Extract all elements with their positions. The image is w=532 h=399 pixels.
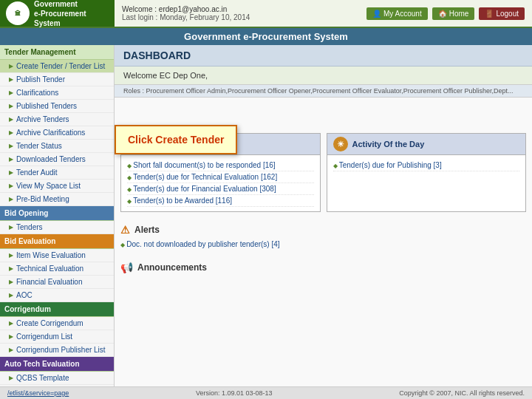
arrow-icon: ▶ bbox=[9, 224, 13, 231]
announcements-icon: 📢 bbox=[120, 262, 133, 273]
arrow-icon: ▶ bbox=[9, 252, 13, 259]
header-welcome-info: Welcome : erdep1@yahoo.ac.in Last login … bbox=[122, 5, 250, 21]
sidebar-item-tender-status[interactable]: ▶ Tender Status bbox=[0, 140, 114, 153]
arrow-icon: ▶ bbox=[9, 63, 13, 69]
sidebar-item-archive-clarifications[interactable]: ▶ Archive Clarifications bbox=[0, 126, 114, 140]
logo: 🏛 Government e-Procurement System bbox=[0, 0, 115, 27]
arrow-icon: ▶ bbox=[9, 143, 13, 149]
sidebar-item-published-tenders[interactable]: ▶ Published Tenders bbox=[0, 100, 114, 113]
sidebar-item-corrigendum-publisher[interactable]: ▶ Corrigendum Publisher List bbox=[0, 344, 114, 357]
header: 🏛 Government e-Procurement System Welcom… bbox=[0, 0, 532, 45]
arrow-icon: ▶ bbox=[9, 183, 13, 189]
sidebar-item-create-corrigendum[interactable]: ▶ Create Corrigendum bbox=[0, 317, 114, 330]
footer-url: /etlist/&service=page bbox=[7, 389, 69, 397]
arrow-icon: ▶ bbox=[9, 320, 13, 327]
activity-item: Tender(s) due for Publishing [3] bbox=[333, 160, 520, 171]
auto-tech-section: Auto Tech Evaluation bbox=[0, 357, 114, 372]
sidebar-item-create-tender[interactable]: ▶ Create Tender / Tender List bbox=[0, 60, 114, 73]
bid-opening-section: Bid Opening bbox=[0, 206, 114, 221]
arrow-icon: ▶ bbox=[9, 129, 13, 136]
activity-panel-body: Tender(s) due for Publishing [3] bbox=[327, 155, 526, 176]
activity-panel-header: ☀ Activity Of the Day bbox=[327, 134, 526, 155]
sidebar-item-tenders[interactable]: ▶ Tenders bbox=[0, 221, 114, 234]
activity-icon: ☀ bbox=[333, 137, 348, 151]
roles-bar: Roles : Procurement Officer Admin,Procur… bbox=[115, 85, 532, 98]
todo-item: Short fall document(s) to be responded [… bbox=[127, 160, 314, 171]
arrow-icon: ▶ bbox=[9, 116, 13, 123]
bid-evaluation-section: Bid Evaluation bbox=[0, 234, 114, 249]
sidebar-item-item-wise[interactable]: ▶ Item Wise Evaluation bbox=[0, 249, 114, 262]
sidebar-item-aoc[interactable]: ▶ AOC bbox=[0, 289, 114, 302]
footer: /etlist/&service=page Version: 1.09.01 0… bbox=[0, 386, 532, 399]
sidebar-item-prebid-meeting[interactable]: ▶ Pre-Bid Meeting bbox=[0, 193, 114, 206]
welcome-bar: Welcome EC Dep One, bbox=[115, 66, 532, 85]
alerts-title: ⚠ Alerts bbox=[120, 224, 526, 236]
logout-button[interactable]: 🚪 Logout bbox=[479, 7, 525, 20]
my-account-button[interactable]: 👤 My Account bbox=[366, 7, 428, 20]
todo-item: Tender(s) due for Financial Evaluation [… bbox=[127, 183, 314, 195]
activity-panel: ☀ Activity Of the Day Tender(s) due for … bbox=[327, 133, 527, 212]
arrow-icon: ▶ bbox=[9, 265, 13, 272]
corrigendum-section: Corrigendum bbox=[0, 302, 114, 317]
footer-version: Version: 1.09.01 03-08-13 bbox=[196, 389, 273, 397]
arrow-icon: ▶ bbox=[9, 169, 13, 176]
sidebar-item-corrigendum-list[interactable]: ▶ Corrigendum List bbox=[0, 330, 114, 344]
sidebar-item-publish-tender[interactable]: ▶ Publish Tender bbox=[0, 73, 114, 86]
dashboard-title: DASHBOARD bbox=[115, 45, 532, 66]
todo-item: Tender(s) due for Technical Evaluation [… bbox=[127, 171, 314, 183]
todo-item: Tender(s) to be Awarded [116] bbox=[127, 195, 314, 207]
header-title-bar: Government e-Procurement System bbox=[0, 28, 532, 45]
logo-text: Government e-Procurement System bbox=[34, 0, 86, 28]
footer-copyright: Copyright © 2007, NIC. All rights reserv… bbox=[399, 389, 525, 397]
sidebar: Tender Management ▶ Create Tender / Tend… bbox=[0, 45, 115, 386]
arrow-icon: ▶ bbox=[9, 89, 13, 96]
arrow-icon: ▶ bbox=[9, 292, 13, 299]
announcements-title: 📢 Announcements bbox=[120, 262, 526, 273]
logo-icon: 🏛 bbox=[6, 1, 30, 25]
arrow-icon: ▶ bbox=[9, 347, 13, 353]
sidebar-item-clarifications[interactable]: ▶ Clarifications bbox=[0, 86, 114, 100]
arrow-icon: ▶ bbox=[9, 196, 13, 202]
sidebar-item-view-my-space[interactable]: ▶ View My Space List bbox=[0, 180, 114, 193]
alert-icon: ⚠ bbox=[120, 224, 130, 236]
sidebar-item-tender-audit[interactable]: ▶ Tender Audit bbox=[0, 166, 114, 180]
sidebar-item-qcbs-template[interactable]: ▶ QCBS Template bbox=[0, 372, 114, 385]
alert-item: Doc. not downloaded by publisher tender(… bbox=[120, 239, 526, 250]
arrow-icon: ▶ bbox=[9, 76, 13, 83]
home-button[interactable]: 🏠 Home bbox=[432, 7, 475, 20]
arrow-icon: ▶ bbox=[9, 103, 13, 109]
header-nav: 👤 My Account 🏠 Home 🚪 Logout bbox=[366, 7, 525, 20]
sidebar-item-archive-tenders[interactable]: ▶ Archive Tenders bbox=[0, 113, 114, 126]
header-right: Welcome : erdep1@yahoo.ac.in Last login … bbox=[115, 0, 532, 27]
main-layout: Tender Management ▶ Create Tender / Tend… bbox=[0, 45, 532, 386]
arrow-icon: ▶ bbox=[9, 333, 13, 340]
last-login: Last login : Monday, February 10, 2014 bbox=[122, 13, 250, 21]
sidebar-item-financial-eval[interactable]: ▶ Financial Evaluation bbox=[0, 276, 114, 289]
arrow-icon: ▶ bbox=[9, 156, 13, 163]
sidebar-item-downloaded-tenders[interactable]: ▶ Downloaded Tenders bbox=[0, 153, 114, 166]
click-create-tender-tooltip: Click Create Tender bbox=[115, 125, 237, 154]
sidebar-item-technical-eval[interactable]: ▶ Technical Evaluation bbox=[0, 262, 114, 276]
alerts-section: ⚠ Alerts Doc. not downloaded by publishe… bbox=[115, 218, 532, 256]
tender-management-section: Tender Management bbox=[0, 45, 114, 60]
todo-panel-body: Short fall document(s) to be responded [… bbox=[121, 155, 320, 211]
arrow-icon: ▶ bbox=[9, 279, 13, 285]
content-area: DASHBOARD Welcome EC Dep One, Roles : Pr… bbox=[115, 45, 532, 386]
arrow-icon: ▶ bbox=[9, 375, 13, 381]
announcements-section: 📢 Announcements bbox=[115, 256, 532, 282]
welcome-user: Welcome : erdep1@yahoo.ac.in bbox=[122, 5, 250, 13]
